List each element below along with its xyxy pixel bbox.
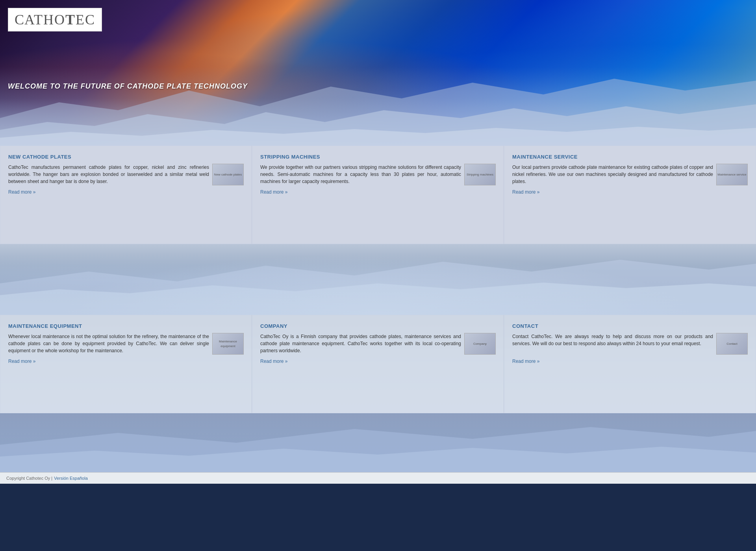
footer-spanish-link[interactable]: Versión Española <box>54 476 88 481</box>
new-cathode-plates-image: New cathode plates <box>212 164 244 185</box>
card-title-contact: CONTACT <box>512 323 748 329</box>
card-contact: CONTACT Contact CathoTec. We are always … <box>504 315 756 413</box>
card-title-new-cathode-plates: NEW CATHODE PLATES <box>8 154 244 160</box>
company-image: Company <box>464 333 496 355</box>
bottom-landscape <box>0 413 756 472</box>
svg-marker-5 <box>0 260 756 315</box>
cards-row-1: NEW CATHODE PLATES CathoTec manufactures… <box>0 146 756 244</box>
hero-section: CATHOTEC WELCOME TO THE FUTURE OF CATHOD… <box>0 0 756 146</box>
read-more-new-cathode-plates[interactable]: Read more » <box>8 189 35 195</box>
contact-text: Contact CathoTec. We are always ready to… <box>512 333 713 347</box>
maintenance-service-text: Our local partners provide cathode plate… <box>512 164 713 185</box>
svg-marker-6 <box>0 283 756 315</box>
hero-mountains <box>0 67 756 146</box>
card-body-contact: Contact CathoTec. We are always ready to… <box>512 333 748 355</box>
footer: Copyright Cathotec Oy | Versión Española <box>0 472 756 484</box>
read-more-contact[interactable]: Read more » <box>512 359 539 364</box>
card-stripping-machines: STRIPPING MACHINES We provide together w… <box>252 146 504 244</box>
read-more-company[interactable]: Read more » <box>260 359 287 364</box>
contact-image: Contact <box>716 333 748 355</box>
read-more-maintenance-service[interactable]: Read more » <box>512 189 539 195</box>
card-title-company: COMPANY <box>260 323 496 329</box>
new-cathode-plates-text: CathoTec manufactures permanent cathode … <box>8 164 209 185</box>
company-text: CathoTec Oy is a Finnish company that pr… <box>260 333 461 354</box>
card-body-maintenance-equipment: Whenever local maintenance is not the op… <box>8 333 244 355</box>
card-new-cathode-plates: NEW CATHODE PLATES CathoTec manufactures… <box>0 146 252 244</box>
maintenance-equipment-image: Maintenance equipment <box>212 333 244 355</box>
card-body-stripping-machines: We provide together with our partners va… <box>260 164 496 185</box>
card-company: COMPANY CathoTec Oy is a Finnish company… <box>252 315 504 413</box>
card-title-maintenance-equipment: MAINTENANCE EQUIPMENT <box>8 323 244 329</box>
card-maintenance-service: MAINTENANCE SERVICE Our local partners p… <box>504 146 756 244</box>
footer-copyright: Copyright Cathotec Oy | <box>6 476 52 481</box>
hero-tagline: WELCOME TO THE FUTURE OF CATHODE PLATE T… <box>8 82 248 91</box>
site-logo: CATHOTEC <box>15 11 95 28</box>
maintenance-service-image: Maintenance service <box>716 164 748 185</box>
cards-row-2: MAINTENANCE EQUIPMENT Whenever local mai… <box>0 315 756 413</box>
card-title-stripping-machines: STRIPPING MACHINES <box>260 154 496 160</box>
card-body-new-cathode-plates: CathoTec manufactures permanent cathode … <box>8 164 244 185</box>
card-maintenance-equipment: MAINTENANCE EQUIPMENT Whenever local mai… <box>0 315 252 413</box>
stripping-machines-image: Stripping machines <box>464 164 496 185</box>
read-more-maintenance-equipment[interactable]: Read more » <box>8 359 35 364</box>
stripping-machines-text: We provide together with our partners va… <box>260 164 461 185</box>
landscape-transition <box>0 244 756 315</box>
maintenance-equipment-text: Whenever local maintenance is not the op… <box>8 333 209 354</box>
card-body-company: CathoTec Oy is a Finnish company that pr… <box>260 333 496 355</box>
svg-rect-4 <box>0 244 756 315</box>
card-title-maintenance-service: MAINTENANCE SERVICE <box>512 154 748 160</box>
bottom-mountains <box>0 413 756 472</box>
transition-mountains <box>0 244 756 315</box>
logo-container: CATHOTEC <box>8 8 102 31</box>
card-body-maintenance-service: Our local partners provide cathode plate… <box>512 164 748 185</box>
read-more-stripping-machines[interactable]: Read more » <box>260 189 287 195</box>
